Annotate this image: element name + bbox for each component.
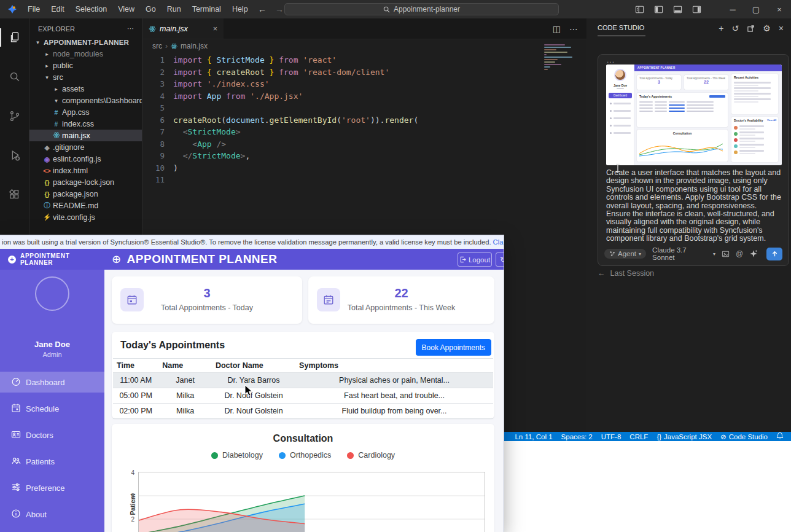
breadcrumb[interactable]: src › main.jsx: [142, 39, 586, 53]
line-number: 8: [142, 139, 165, 149]
panel-close-icon[interactable]: ×: [779, 23, 784, 33]
explorer-more-actions-icon[interactable]: ⋯: [127, 25, 134, 33]
legend-item-cardiology[interactable]: Cardiology: [347, 451, 395, 460]
menu-item-edit[interactable]: Edit: [45, 0, 70, 18]
sidebar-item-schedule[interactable]: Schedule: [0, 398, 104, 419]
last-session-link[interactable]: ← Last Session: [598, 269, 654, 278]
explorer-item-eslint-config-js[interactable]: ◉eslint.config.js: [29, 153, 142, 165]
sidebar-item-about[interactable]: About: [0, 504, 104, 525]
split-editor-icon[interactable]: ◫: [553, 24, 561, 34]
editor-more-actions-icon[interactable]: ⋯: [569, 24, 578, 34]
column-header-name[interactable]: Name: [158, 359, 212, 373]
history-icon[interactable]: ↺: [732, 23, 739, 33]
tab-main-jsx[interactable]: main.jsx ×: [142, 18, 224, 39]
book-appointments-button[interactable]: Book Appointments: [416, 339, 491, 356]
column-header-doctor-name[interactable]: Doctor Name: [212, 359, 295, 373]
column-header-time[interactable]: Time: [113, 359, 158, 373]
attached-image-thumbnail[interactable]: Jane Doe Dashboard APPOINTMENT PLANNER T…: [606, 65, 782, 165]
explorer-icon[interactable]: [0, 23, 29, 52]
mention-icon[interactable]: @: [736, 249, 743, 258]
customize-layout-icon[interactable]: [635, 5, 644, 14]
run-debug-icon[interactable]: [0, 141, 29, 170]
explorer-item-app-css[interactable]: #App.css: [29, 106, 142, 118]
explorer-item-gitignore[interactable]: ◈.gitignore: [29, 141, 142, 153]
extensions-icon[interactable]: [0, 181, 29, 209]
column-header-symptoms[interactable]: Symptoms: [295, 359, 493, 373]
menu-item-terminal[interactable]: Terminal: [187, 0, 227, 18]
menu-item-view[interactable]: View: [112, 0, 140, 18]
explorer-item-public[interactable]: ▸public: [29, 60, 142, 71]
status-utf-8[interactable]: UTF-8: [601, 433, 622, 440]
explorer-item-main-jsx[interactable]: main.jsx: [29, 130, 142, 141]
status-javascript-jsx[interactable]: {}JavaScript JSX: [657, 433, 712, 440]
minimap-line: [544, 57, 572, 58]
table-row[interactable]: 02:00 PMMilkaDr. Nouf GolsteinFluid buil…: [113, 404, 493, 419]
tab-close-icon[interactable]: ×: [213, 25, 217, 33]
sidebar-item-patients[interactable]: Patients: [0, 451, 104, 472]
explorer-item-appoinment-planner[interactable]: ▾APPOINMENT-PLANNER: [29, 36, 142, 48]
chevron-right-icon: ▸: [42, 51, 52, 57]
explorer-item-package-json[interactable]: {}package.json: [29, 188, 142, 200]
explorer-item-assets[interactable]: ▸assets: [29, 83, 142, 95]
agent-icon: [609, 251, 615, 257]
open-in-window-icon[interactable]: [747, 25, 755, 33]
settings-gear-icon[interactable]: ⚙: [763, 23, 771, 33]
minimap-line: [544, 61, 555, 63]
panel-title[interactable]: CODE STUDIO: [598, 20, 645, 36]
sidebar-item-dashboard[interactable]: Dashboard: [0, 372, 104, 393]
menu-item-help[interactable]: Help: [227, 0, 254, 18]
status-code-studio[interactable]: ⊘Code Studio: [720, 432, 768, 441]
model-select[interactable]: Claude 3.7 Sonnet ▾: [652, 246, 715, 261]
explorer-item-node-modules[interactable]: ▸node_modules: [29, 48, 142, 60]
menu-item-file[interactable]: File: [22, 0, 45, 18]
toggle-sidebar-icon[interactable]: [654, 5, 663, 14]
source-control-icon[interactable]: [0, 102, 29, 130]
command-center-search[interactable]: Appoinment-planner: [284, 3, 559, 15]
status-ln-11-col-1[interactable]: Ln 11, Col 1: [515, 433, 552, 440]
explorer-item-readme-md[interactable]: ⓘREADME.md: [29, 200, 142, 211]
chat-input-card[interactable]: ... Jane Doe Dashboard APPOINTMENT PLANN…: [598, 54, 789, 266]
table-row[interactable]: 11:00 AMJanetDr. Yara BarrosPhysical ach…: [113, 373, 493, 388]
layout-controls: [635, 0, 701, 18]
header-extra-button[interactable]: ↻: [496, 252, 504, 267]
legend-item-diabetology[interactable]: Diabetology: [211, 451, 263, 460]
explorer-item-components-dashboard[interactable]: ▾components\Dashboard: [29, 95, 142, 106]
table-row[interactable]: 05:00 PMMilkaDr. Nouf GolsteinFast heart…: [113, 388, 493, 404]
text-cursor: [615, 163, 621, 173]
breadcrumb-file[interactable]: main.jsx: [181, 42, 208, 50]
new-chat-icon[interactable]: +: [719, 23, 723, 33]
toggle-secondary-sidebar-icon[interactable]: [692, 5, 701, 14]
breadcrumb-folder[interactable]: src: [152, 42, 162, 50]
sidebar-item-preference[interactable]: Preference: [0, 477, 104, 498]
toggle-panel-icon[interactable]: [673, 5, 682, 14]
status-spaces-2[interactable]: Spaces: 2: [561, 433, 593, 440]
status-bell[interactable]: [776, 432, 784, 441]
menu-item-go[interactable]: Go: [140, 0, 162, 18]
agent-mode-select[interactable]: Agent ▾: [604, 249, 646, 259]
minimap[interactable]: [544, 43, 579, 72]
legend-item-orthopedics[interactable]: Orthopedics: [279, 451, 331, 460]
forward-arrow-icon[interactable]: →: [275, 4, 284, 14]
menu-item-selection[interactable]: Selection: [70, 0, 112, 18]
attachment-dots[interactable]: ...: [607, 56, 615, 65]
sidebar-item-doctors[interactable]: Doctors: [0, 424, 104, 445]
minimize-button[interactable]: ─: [721, 0, 744, 18]
back-arrow-icon[interactable]: ←: [258, 4, 267, 14]
explorer-item-package-lock-json[interactable]: {}package-lock.json: [29, 176, 142, 188]
explorer-item-vite-config-js[interactable]: ⚡vite.config.js: [29, 211, 142, 223]
restore-button[interactable]: ▢: [744, 0, 768, 18]
send-button[interactable]: [766, 248, 782, 260]
explorer-item-src[interactable]: ▾src: [29, 71, 142, 83]
menu-item-run[interactable]: Run: [162, 0, 187, 18]
logout-button[interactable]: Logout: [458, 252, 492, 267]
close-button[interactable]: ×: [768, 0, 791, 18]
status-crlf[interactable]: CRLF: [629, 433, 648, 440]
prompt-text[interactable]: Create a user interface that matches the…: [606, 169, 782, 243]
search-panel-icon[interactable]: [0, 63, 29, 91]
claim-account-link[interactable]: Claim your free account: [493, 238, 504, 246]
explorer-item-index-css[interactable]: #index.css: [29, 118, 142, 130]
explorer-item-index-html[interactable]: <>index.html: [29, 165, 142, 176]
code-editor-surface[interactable]: 1import { StrictMode } from 'react'2impo…: [142, 54, 586, 186]
attach-image-icon[interactable]: [722, 250, 730, 258]
sparkle-icon[interactable]: [749, 249, 758, 258]
